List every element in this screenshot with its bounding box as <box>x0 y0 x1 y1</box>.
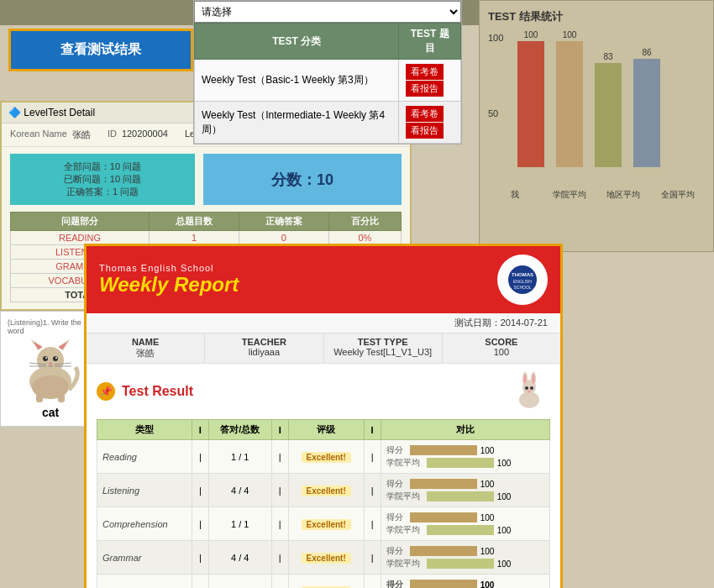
mini-bar-score-row: 得分100 <box>386 545 544 557</box>
mini-avg-bar <box>427 525 494 535</box>
result-table-row: Reading|1 / 1|Excellent!|得分100学院平均100 <box>97 440 550 474</box>
bar-value-label: 100 <box>563 30 577 39</box>
info-score-cell: SCORE 100 <box>443 333 560 363</box>
result-compare-cell: 得分100学院平均100 <box>381 507 549 541</box>
col-action: TEST 题目 <box>399 24 461 60</box>
score-value: 100 <box>480 547 495 556</box>
result-grade-cell: Excellent! <box>288 507 364 541</box>
bar-value-label: 100 <box>524 30 538 39</box>
test-action-cell: 看考卷看报告 <box>399 60 461 102</box>
score-label: 得分 <box>386 478 403 490</box>
thomas-emblem-icon: THOMAS ENGLISH SCHOOL <box>506 263 539 297</box>
info-name-cell: NAME 张皓 <box>87 333 205 363</box>
svg-point-8 <box>45 357 47 359</box>
svg-point-29 <box>530 386 533 390</box>
bar-x-label: 全国平均 <box>657 189 699 201</box>
info-teacher-cell: TEACHER lidiyaaa <box>205 333 323 363</box>
result-table-row: Total|10 / 10|Excellent!|得分100学院平均100 <box>97 575 550 589</box>
svg-point-28 <box>525 386 528 390</box>
report-main-title: Weekly Report <box>99 273 239 297</box>
mini-score-bar <box>410 445 477 455</box>
separator-cell: | <box>192 575 208 589</box>
rt-col-type: 类型 <box>97 420 192 440</box>
result-compare-cell: 得分100学院平均100 <box>381 575 549 589</box>
score-label: 得分 <box>386 579 403 588</box>
y-label-100: 100 <box>488 33 503 43</box>
separator-cell: | <box>364 507 381 541</box>
view-exam-button[interactable]: 看考卷 <box>406 106 444 122</box>
result-compare-cell: 得分100学院平均100 <box>381 541 549 575</box>
test-result-title: Test Result <box>122 384 193 399</box>
bar-x-label: 学院平均 <box>549 189 591 201</box>
avg-label: 学院平均 <box>386 457 420 469</box>
report-info-row: NAME 张皓 TEACHER lidiyaaa TEST TYPE Weekl… <box>87 333 560 364</box>
result-ratio-cell: 1 / 1 <box>208 440 271 474</box>
separator-cell: | <box>364 474 381 507</box>
svg-rect-17 <box>58 394 65 402</box>
result-compare-cell: 得分100学院平均100 <box>381 440 549 474</box>
mini-avg-bar <box>427 559 494 569</box>
mini-avg-bar <box>427 491 494 501</box>
bar-value-label: 86 <box>642 48 651 57</box>
q-col-correct: 正确答案 <box>239 213 328 231</box>
mini-score-bar <box>410 546 477 556</box>
test-table: TEST 分类 TEST 题目 Weekly Test（Basic-1 Week… <box>194 23 461 144</box>
separator-cell: | <box>271 507 288 541</box>
svg-point-9 <box>55 357 57 359</box>
view-report-button[interactable]: 看报告 <box>406 81 444 97</box>
col-category: TEST 分类 <box>195 24 399 60</box>
separator-cell: | <box>192 440 208 474</box>
svg-point-30 <box>528 391 531 393</box>
id-label: ID <box>108 129 117 141</box>
korean-name-label: Korean Name <box>10 129 67 141</box>
test-result-section: 📌 Test Result 类型 I 答对/总数 <box>87 364 560 588</box>
score-section: 全部问题：10 问题 已断问题：10 问题 正确答案：1 问题 分数：10 <box>2 147 410 212</box>
result-type-cell: Reading <box>97 440 192 474</box>
test-dropdown[interactable]: 请选择 <box>194 1 461 23</box>
q-col-part: 问题部分 <box>11 213 150 231</box>
result-table-row: Listening|4 / 4|Excellent!|得分100学院平均100 <box>97 474 550 507</box>
mini-score-bar <box>410 512 477 522</box>
rt-sep1: I <box>192 420 208 440</box>
svg-text:SCHOOL: SCHOOL <box>513 285 531 290</box>
weekly-report: Thomas English School Weekly Report THOM… <box>84 244 563 588</box>
rt-col-ratio: 答对/总数 <box>208 420 271 440</box>
cat-label: cat <box>8 406 93 419</box>
result-grade-cell: Excellent! <box>288 474 364 507</box>
svg-rect-16 <box>36 394 43 402</box>
result-type-cell: Total <box>97 575 192 589</box>
result-table-row: Comprehension|1 / 1|Excellent!|得分100学院平均… <box>97 507 550 541</box>
score-value: 100 <box>480 480 495 489</box>
result-ratio-cell: 10 / 10 <box>208 575 271 589</box>
result-ratio-cell: 4 / 4 <box>208 474 271 507</box>
result-compare-cell: 得分100学院平均100 <box>381 474 549 507</box>
rabbit-decoration-icon <box>508 370 550 412</box>
report-subtitle: Thomas English School <box>99 263 239 273</box>
avg-label: 学院平均 <box>386 558 420 570</box>
rt-col-compare: 对比 <box>381 420 549 440</box>
svg-point-27 <box>533 374 535 384</box>
avg-value: 100 <box>497 559 512 569</box>
bar-value-label: 83 <box>603 52 612 61</box>
view-exam-button[interactable]: 看考卷 <box>406 64 444 80</box>
mini-bar-score-row: 得分100 <box>386 478 544 490</box>
test-action-cell: 看考卷看报告 <box>399 102 461 144</box>
y-label-50: 50 <box>488 108 498 118</box>
view-report-button[interactable]: 看报告 <box>406 123 444 139</box>
report-date: 测试日期：2014-07-21 <box>87 313 560 333</box>
separator-cell: | <box>271 474 288 507</box>
grade-badge: Excellent! <box>302 486 351 496</box>
view-results-button[interactable]: 查看测试结果 <box>8 29 193 71</box>
svg-point-26 <box>524 374 527 384</box>
separator-cell: | <box>271 440 288 474</box>
result-table-row: Grammar|4 / 4|Excellent!|得分100学院平均100 <box>97 541 550 575</box>
id-value: 120200004 <box>122 129 168 141</box>
result-table: 类型 I 答对/总数 I 评级 I 对比 Reading|1 / 1|Excel… <box>97 419 550 588</box>
separator-cell: | <box>271 575 288 589</box>
avg-value: 100 <box>497 459 512 468</box>
report-header: Thomas English School Weekly Report THOM… <box>87 246 560 313</box>
result-ratio-cell: 1 / 1 <box>208 507 271 541</box>
chart-bar: 83 <box>595 52 622 168</box>
mini-score-bar <box>410 479 477 489</box>
mini-bar-avg-row: 学院平均100 <box>386 491 544 502</box>
